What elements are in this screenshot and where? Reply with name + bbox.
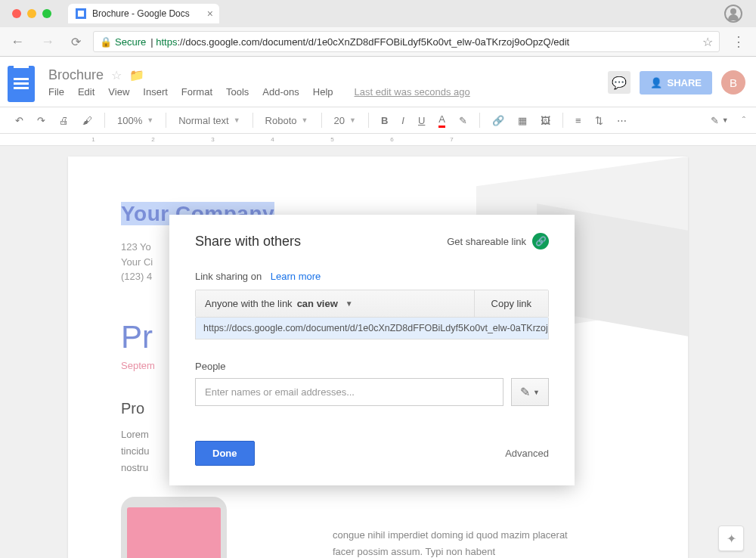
- people-input[interactable]: Enter names or email addresses...: [195, 378, 503, 406]
- permission-dropdown[interactable]: ✎ ▼: [511, 378, 549, 406]
- link-sharing-status: Link sharing on Learn more: [195, 271, 549, 282]
- link-icon: 🔗: [532, 233, 549, 250]
- pencil-icon: ✎: [520, 385, 530, 399]
- copy-link-button[interactable]: Copy link: [475, 290, 548, 317]
- chevron-down-icon: ▼: [533, 389, 540, 396]
- link-scope-dropdown[interactable]: Anyone with the link can view ▼: [196, 290, 475, 317]
- share-url-field[interactable]: https://docs.google.com/document/d/1e0cX…: [195, 318, 549, 339]
- dialog-title: Share with others: [195, 234, 301, 250]
- get-shareable-link-button[interactable]: Get shareable link 🔗: [447, 233, 549, 250]
- people-label: People: [195, 361, 549, 372]
- get-link-label: Get shareable link: [447, 236, 526, 247]
- modal-backdrop[interactable]: Share with others Get shareable link 🔗 L…: [0, 0, 756, 558]
- learn-more-link[interactable]: Learn more: [271, 271, 321, 282]
- advanced-link[interactable]: Advanced: [505, 448, 549, 459]
- share-dialog: Share with others Get shareable link 🔗 L…: [169, 215, 575, 485]
- link-controls: Anyone with the link can view ▼ Copy lin…: [195, 290, 549, 318]
- chevron-down-icon: ▼: [345, 299, 353, 308]
- done-button[interactable]: Done: [195, 441, 255, 466]
